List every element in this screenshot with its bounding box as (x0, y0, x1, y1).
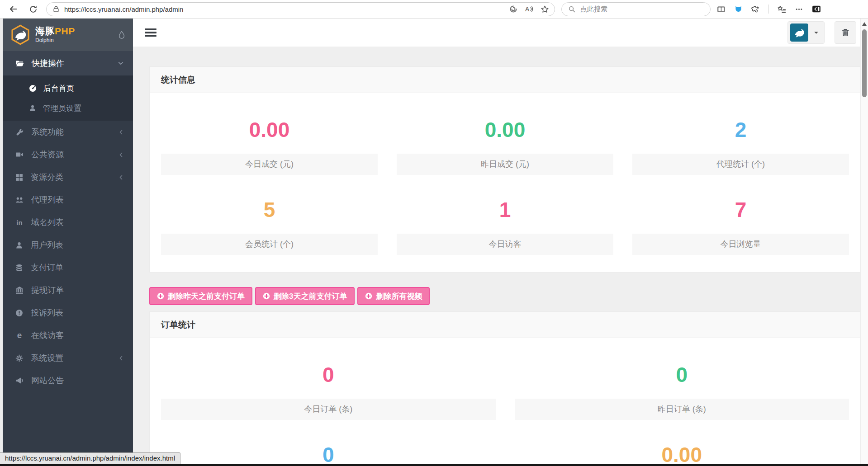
page-scrollbar[interactable] (860, 19, 868, 466)
plus-circle-icon (263, 292, 270, 300)
edge-browser-icon: e (15, 330, 24, 340)
caret-down-icon (814, 30, 819, 35)
dashboard-icon (29, 85, 37, 92)
hamburger-menu-icon[interactable] (145, 28, 157, 37)
sidebar-item-system-settings[interactable]: 系统设置 (3, 347, 133, 369)
user-menu[interactable] (787, 21, 825, 44)
address-bar[interactable]: https://lccs.yruanai.cn/admin.php/admin (46, 2, 555, 16)
sidebar-item-resource-categories[interactable]: 资源分类 (3, 166, 133, 188)
grid-icon (15, 174, 23, 181)
delete-pay-orders-before-yesterday-button[interactable]: 删除昨天之前支付订单 (149, 287, 252, 305)
stat-today-pageviews: 7 今日浏览量 (632, 186, 849, 255)
sidebar-item-admin-settings[interactable]: 管理员设置 (3, 98, 133, 118)
stats-card-title: 统计信息 (161, 74, 195, 86)
scroll-up-icon[interactable] (862, 22, 867, 26)
stat-value: 0 (161, 444, 496, 465)
sidebar-item-domain-list[interactable]: in 域名列表 (3, 211, 133, 234)
stat-member-count: 5 会员统计 (个) (161, 186, 378, 255)
stat-value: 0 (515, 364, 849, 385)
stat-agent-count: 2 代理统计 (个) (632, 106, 849, 175)
back-icon[interactable] (6, 2, 20, 16)
stat-label: 昨日订单 (条) (515, 399, 849, 420)
sidebar-item-agent-list[interactable]: 代理列表 (3, 188, 133, 211)
window-bottom-edge (0, 464, 868, 466)
gear-icon (15, 354, 23, 362)
sidebar-item-home[interactable]: 后台首页 (3, 78, 133, 98)
chevron-left-icon (118, 174, 124, 180)
delete-pay-orders-before-3days-button[interactable]: 删除3天之前支付订单 (255, 287, 355, 305)
swirl-icon[interactable] (509, 5, 517, 13)
logo-title: 海豚PHP (35, 26, 75, 36)
stat-today-revenue: 0.00 今日成交 (元) (161, 106, 378, 175)
reload-icon[interactable] (26, 2, 40, 16)
sidebar-logo: 海豚PHP Dolphin (3, 19, 133, 51)
address-url[interactable]: https://lccs.yruanai.cn/admin.php/admin (64, 5, 505, 13)
sidebar: 海豚PHP Dolphin 快捷操作 后台首页 管理员设置 (3, 19, 133, 466)
sidebar-toggle-icon[interactable] (812, 5, 821, 14)
stat-today-orders: 0 今日订单 (条) (161, 351, 496, 420)
orders-card-header: 订单统计 (150, 312, 860, 338)
chevron-left-icon (118, 129, 124, 135)
water-drop-icon[interactable] (118, 31, 126, 39)
chevron-down-icon (118, 60, 124, 66)
sidebar-item-site-announcement[interactable]: 网站公告 (3, 369, 133, 392)
folder-open-icon (15, 59, 24, 68)
trash-button[interactable] (835, 21, 856, 44)
logo-subtitle: Dolphin (35, 37, 54, 43)
search-placeholder: 点此搜索 (580, 5, 607, 14)
sidebar-item-quick-ops[interactable]: 快捷操作 (3, 51, 133, 75)
read-aloud-icon[interactable] (525, 5, 533, 14)
favorite-star-icon[interactable] (541, 5, 549, 14)
lock-icon[interactable] (52, 5, 60, 13)
stat-label: 会员统计 (个) (161, 234, 378, 255)
stat-value: 2 (632, 119, 849, 140)
orders-card: 订单统计 0 今日订单 (条) 0 昨日订单 (条) 0 (149, 311, 861, 466)
stat-value: 0 (161, 364, 496, 385)
sidebar-item-system-functions[interactable]: 系统功能 (3, 121, 133, 143)
stat-today-visitors: 1 今日访客 (397, 186, 613, 255)
bank-icon (15, 286, 24, 294)
alert-circle-icon (15, 309, 23, 317)
chevron-left-icon (118, 152, 124, 158)
video-camera-icon (15, 151, 24, 159)
stat-label: 代理统计 (个) (632, 154, 849, 175)
orders-card-title: 订单统计 (161, 319, 195, 331)
stat-value: 0.00 (397, 119, 613, 140)
stats-card: 统计信息 0.00 今日成交 (元) 0.00 昨日成交 (元) 2 (149, 66, 861, 273)
settings-menu-icon[interactable] (795, 5, 803, 14)
sidebar-item-withdraw-orders[interactable]: 提现订单 (3, 279, 133, 301)
sidebar-item-online-visitors[interactable]: e 在线访客 (3, 324, 133, 347)
sidebar-item-payment-orders[interactable]: 支付订单 (3, 256, 133, 279)
stat-label: 今日成交 (元) (161, 154, 378, 175)
chevron-left-icon (118, 355, 124, 361)
stat-label: 今日访客 (397, 234, 613, 255)
stat-value: 0.00 (515, 444, 849, 465)
browser-chrome: https://lccs.yruanai.cn/admin.php/admin … (0, 0, 868, 19)
stat-label: 今日浏览量 (632, 234, 849, 255)
users-icon (15, 196, 24, 204)
linkedin-icon: in (15, 219, 24, 226)
extensions-icon[interactable] (751, 5, 760, 14)
stat-yesterday-revenue: 0.00 昨日成交 (元) (397, 106, 613, 175)
stat-partial-row2-right: 0.00 (515, 431, 849, 466)
megaphone-icon (15, 377, 24, 385)
dolphin-logo-icon (10, 24, 31, 45)
stat-yesterday-orders: 0 昨日订单 (条) (515, 351, 849, 420)
user-icon (15, 241, 23, 249)
sidebar-item-user-list[interactable]: 用户列表 (3, 234, 133, 256)
stat-label: 今日订单 (条) (161, 399, 496, 420)
search-box[interactable]: 点此搜索 (561, 2, 711, 16)
sidebar-item-public-resources[interactable]: 公共资源 (3, 143, 133, 166)
cat-extension-icon[interactable] (734, 5, 743, 14)
avatar (790, 24, 808, 42)
stat-value: 0.00 (161, 119, 378, 140)
split-screen-icon[interactable] (717, 5, 726, 14)
favorites-list-icon[interactable] (778, 5, 786, 14)
stat-value: 7 (632, 199, 849, 220)
scrollbar-thumb[interactable] (862, 29, 867, 97)
delete-all-videos-button[interactable]: 删除所有视频 (357, 287, 430, 305)
user-icon (29, 104, 36, 112)
sidebar-item-complaint-list[interactable]: 投诉列表 (3, 301, 133, 324)
database-icon (15, 264, 23, 272)
wrench-icon (15, 128, 24, 136)
